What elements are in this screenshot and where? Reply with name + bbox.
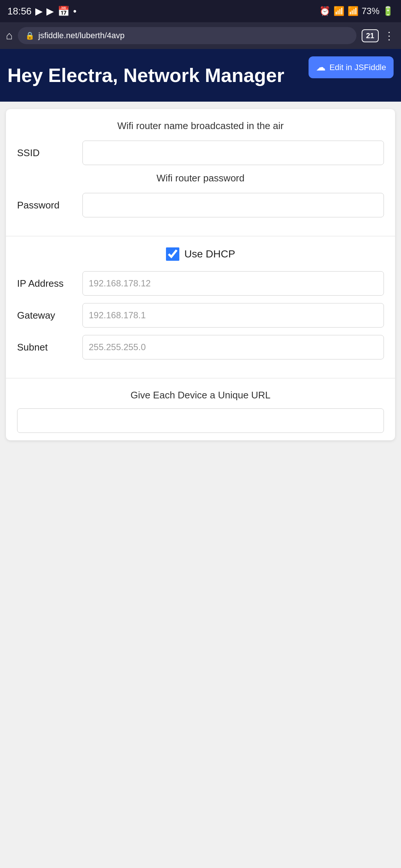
edit-jsfiddle-button[interactable]: ☁ Edit in JSFiddle — [309, 56, 394, 78]
ip-address-label: IP Address — [17, 278, 76, 289]
tab-count[interactable]: 21 — [362, 29, 379, 42]
main-content: Wifi router name broadcasted in the air … — [0, 102, 401, 448]
url-section-description: Give Each Device a Unique URL — [17, 389, 384, 401]
alarm-icon: ⏰ — [319, 6, 330, 16]
battery-icon: 🔋 — [382, 6, 394, 16]
subnet-label: Subnet — [17, 342, 76, 353]
wifi-section: Wifi router name broadcasted in the air … — [6, 109, 395, 236]
app-header: ☁ Edit in JSFiddle Hey Electra, Network … — [0, 49, 401, 102]
battery-display: 73% — [362, 6, 379, 16]
signal-icon: 📶 — [348, 6, 359, 16]
dot-indicator: • — [73, 6, 76, 17]
subnet-row: Subnet — [17, 335, 384, 359]
use-dhcp-label: Use DHCP — [185, 248, 235, 260]
ip-address-input[interactable] — [82, 271, 384, 296]
ssid-input[interactable] — [82, 141, 384, 165]
url-text: jsfiddle.net/luberth/4avp — [38, 31, 124, 40]
password-row: Password — [17, 193, 384, 217]
url-input[interactable] — [17, 408, 384, 433]
calendar-icon: 📅 — [58, 6, 69, 17]
edit-button-label: Edit in JSFiddle — [329, 63, 386, 72]
ssid-row: SSID — [17, 141, 384, 165]
password-input[interactable] — [82, 193, 384, 217]
youtube-icon: ▶ — [35, 6, 43, 17]
cloud-icon: ☁ — [316, 62, 326, 73]
ssid-label: SSID — [17, 147, 76, 159]
use-dhcp-checkbox[interactable] — [166, 247, 179, 261]
status-right: ⏰ 📶 📶 73% 🔋 — [319, 6, 394, 16]
password-label: Password — [17, 200, 76, 211]
url-bar[interactable]: 🔒 jsfiddle.net/luberth/4avp — [18, 27, 356, 44]
form-card: Wifi router name broadcasted in the air … — [6, 109, 395, 440]
youtube2-icon: ▶ — [46, 6, 54, 17]
status-bar: 18:56 ▶ ▶ 📅 • ⏰ 📶 📶 73% 🔋 — [0, 0, 401, 22]
gateway-label: Gateway — [17, 310, 76, 321]
menu-icon[interactable]: ⋮ — [384, 30, 395, 42]
gateway-input[interactable] — [82, 303, 384, 328]
gateway-row: Gateway — [17, 303, 384, 328]
status-left: 18:56 ▶ ▶ 📅 • — [7, 6, 76, 17]
dhcp-section: Use DHCP IP Address Gateway Subnet — [6, 236, 395, 378]
browser-bar: ⌂ 🔒 jsfiddle.net/luberth/4avp 21 ⋮ — [0, 22, 401, 49]
subnet-input[interactable] — [82, 335, 384, 359]
wifi-icon: 📶 — [333, 6, 345, 16]
time-display: 18:56 — [7, 6, 32, 17]
wifi-description: Wifi router name broadcasted in the air — [17, 120, 384, 132]
dhcp-checkbox-row: Use DHCP — [17, 247, 384, 261]
ip-address-row: IP Address — [17, 271, 384, 296]
home-icon[interactable]: ⌂ — [6, 29, 13, 42]
app-title: Hey Electra, Network Manager — [7, 64, 284, 87]
lock-icon: 🔒 — [25, 31, 35, 40]
password-description: Wifi router password — [17, 172, 384, 184]
url-section: Give Each Device a Unique URL — [6, 378, 395, 440]
